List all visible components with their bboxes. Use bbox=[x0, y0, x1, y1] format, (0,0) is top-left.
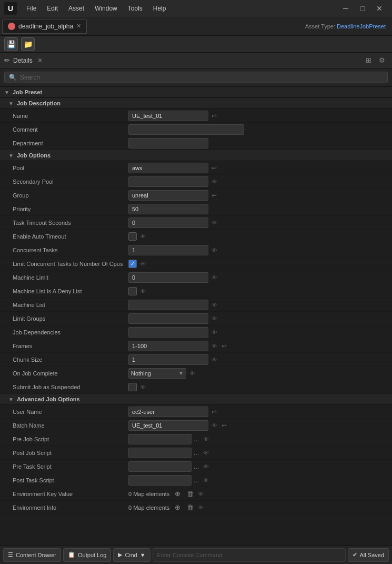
machine-list-input[interactable] bbox=[128, 300, 208, 310]
task-timeout-eye-icon[interactable]: 👁 bbox=[210, 220, 218, 226]
group-input[interactable] bbox=[128, 190, 208, 201]
tab-deadline-job-alpha[interactable]: deadline_job_alpha ✕ bbox=[2, 19, 87, 34]
name-input[interactable] bbox=[128, 111, 208, 121]
close-button[interactable]: ✕ bbox=[371, 0, 388, 17]
limit-concurrent-checkbox[interactable]: ✓ bbox=[128, 260, 137, 268]
pre-task-script-input[interactable] bbox=[128, 461, 192, 472]
on-job-complete-select-wrap[interactable]: Nothing Archive Delete ▼ bbox=[128, 368, 186, 379]
machine-list-eye-icon[interactable]: 👁 bbox=[210, 302, 218, 308]
post-task-script-dots-button[interactable]: ... bbox=[193, 477, 200, 484]
secondary-pool-eye-icon[interactable]: 👁 bbox=[210, 179, 218, 185]
section-job-options[interactable]: ▼ Job Options bbox=[0, 150, 392, 161]
menu-asset[interactable]: Asset bbox=[63, 3, 89, 14]
section-job-preset[interactable]: ▼ Job Preset bbox=[0, 87, 392, 98]
post-job-script-input[interactable] bbox=[128, 448, 192, 458]
section-job-description[interactable]: ▼ Job Description bbox=[0, 98, 392, 109]
machine-limit-input[interactable] bbox=[128, 272, 208, 283]
content-drawer-button[interactable]: ☰ Content Drawer bbox=[3, 548, 61, 562]
machine-limit-eye-icon[interactable]: 👁 bbox=[210, 274, 218, 281]
section-label: Job Options bbox=[17, 152, 51, 159]
prop-value-limit-concurrent: ✓ 👁 bbox=[128, 260, 388, 268]
post-job-script-eye-icon[interactable]: 👁 bbox=[202, 450, 210, 456]
env-info-delete-button[interactable]: 🗑 bbox=[185, 503, 195, 512]
pre-task-script-dots-button[interactable]: ... bbox=[193, 463, 200, 470]
env-key-value-eye-icon[interactable]: 👁 bbox=[197, 491, 205, 497]
menu-window[interactable]: Window bbox=[89, 3, 123, 14]
comment-input[interactable] bbox=[128, 124, 244, 135]
grid-view-button[interactable]: ⊞ bbox=[363, 55, 374, 66]
pre-job-script-input[interactable] bbox=[128, 434, 192, 444]
post-task-script-eye-icon[interactable]: 👁 bbox=[202, 477, 210, 483]
prop-post-task-script: Post Task Script ... 👁 bbox=[0, 473, 392, 487]
env-key-value-add-button[interactable]: ⊕ bbox=[173, 489, 182, 499]
pool-input[interactable] bbox=[128, 163, 208, 173]
settings-button[interactable]: ⚙ bbox=[376, 55, 388, 66]
prop-value-pre-job-script: ... 👁 bbox=[128, 434, 388, 444]
batch-name-input[interactable] bbox=[128, 420, 208, 431]
section-advanced-job-options[interactable]: ▼ Advanced Job Options bbox=[0, 394, 392, 405]
folder-button[interactable]: 📁 bbox=[21, 37, 35, 51]
prop-batch-name: Batch Name 👁 ↩ bbox=[0, 419, 392, 432]
output-log-label: Output Log bbox=[78, 552, 106, 558]
search-input[interactable] bbox=[20, 74, 383, 81]
user-name-input[interactable] bbox=[128, 407, 208, 417]
prop-value-pool: ↩ bbox=[128, 163, 388, 173]
batch-name-reset-button[interactable]: ↩ bbox=[220, 422, 228, 429]
save-button[interactable]: 💾 bbox=[4, 37, 18, 51]
console-input[interactable] bbox=[157, 552, 341, 558]
prop-label-enable-auto-timeout: Enable Auto Timeout bbox=[13, 232, 128, 241]
limit-groups-input[interactable] bbox=[128, 313, 208, 324]
machine-list-deny-checkbox[interactable] bbox=[128, 287, 137, 295]
panel-close-button[interactable]: ✕ bbox=[36, 56, 44, 65]
department-input[interactable] bbox=[128, 138, 208, 149]
env-info-eye-icon[interactable]: 👁 bbox=[197, 504, 205, 511]
group-reset-button[interactable]: ↩ bbox=[210, 192, 218, 199]
on-job-complete-select[interactable]: Nothing Archive Delete bbox=[131, 370, 177, 377]
machine-list-deny-eye-icon[interactable]: 👁 bbox=[139, 288, 147, 294]
prop-value-frames: 👁 ↩ bbox=[128, 341, 388, 351]
priority-input[interactable] bbox=[128, 204, 208, 214]
post-task-script-input[interactable] bbox=[128, 475, 192, 486]
post-job-script-dots-button[interactable]: ... bbox=[193, 449, 200, 457]
frames-input[interactable] bbox=[128, 341, 208, 351]
menu-file[interactable]: File bbox=[21, 3, 42, 14]
pre-job-script-dots-button[interactable]: ... bbox=[193, 436, 200, 443]
maximize-button[interactable]: □ bbox=[354, 0, 371, 17]
menu-edit[interactable]: Edit bbox=[42, 3, 63, 14]
submit-suspended-eye-icon[interactable]: 👁 bbox=[139, 384, 147, 390]
tab-close-button[interactable]: ✕ bbox=[76, 23, 81, 29]
task-timeout-input[interactable] bbox=[128, 217, 208, 228]
tab-label: deadline_job_alpha bbox=[18, 23, 73, 30]
chunk-size-input[interactable] bbox=[128, 354, 208, 365]
submit-suspended-checkbox[interactable] bbox=[128, 383, 137, 391]
frames-reset-button[interactable]: ↩ bbox=[220, 342, 228, 350]
menu-tools[interactable]: Tools bbox=[123, 3, 148, 14]
job-dependencies-eye-icon[interactable]: 👁 bbox=[210, 329, 218, 335]
output-log-button[interactable]: 📋 Output Log bbox=[63, 548, 111, 562]
pre-job-script-eye-icon[interactable]: 👁 bbox=[202, 436, 210, 442]
asset-type-link[interactable]: DeadlineJobPreset bbox=[337, 23, 386, 29]
prop-value-group: ↩ bbox=[128, 190, 388, 201]
secondary-pool-input[interactable] bbox=[128, 176, 208, 187]
cmd-button[interactable]: ▶ Cmd ▼ bbox=[113, 548, 150, 562]
enable-auto-timeout-checkbox[interactable] bbox=[128, 232, 137, 241]
menu-help[interactable]: Help bbox=[148, 3, 172, 14]
concurrent-tasks-eye-icon[interactable]: 👁 bbox=[210, 247, 218, 253]
job-dependencies-input[interactable] bbox=[128, 327, 208, 338]
chunk-size-eye-icon[interactable]: 👁 bbox=[210, 357, 218, 363]
enable-auto-timeout-eye-icon[interactable]: 👁 bbox=[139, 233, 147, 240]
pool-reset-button[interactable]: ↩ bbox=[210, 164, 218, 172]
env-key-value-delete-button[interactable]: 🗑 bbox=[185, 489, 195, 499]
limit-concurrent-eye-icon[interactable]: 👁 bbox=[139, 261, 147, 267]
minimize-button[interactable]: ─ bbox=[337, 0, 354, 17]
name-reset-button[interactable]: ↩ bbox=[210, 112, 218, 120]
frames-eye-icon[interactable]: 👁 bbox=[210, 343, 218, 349]
env-info-add-button[interactable]: ⊕ bbox=[173, 503, 182, 512]
limit-groups-eye-icon[interactable]: 👁 bbox=[210, 315, 218, 322]
on-job-complete-eye-icon[interactable]: 👁 bbox=[188, 370, 196, 377]
all-saved-button[interactable]: ✔ All Saved bbox=[348, 548, 389, 562]
user-name-reset-button[interactable]: ↩ bbox=[210, 408, 218, 415]
pre-task-script-eye-icon[interactable]: 👁 bbox=[202, 463, 210, 470]
concurrent-tasks-input[interactable] bbox=[128, 245, 208, 255]
batch-name-eye-icon[interactable]: 👁 bbox=[210, 422, 218, 429]
